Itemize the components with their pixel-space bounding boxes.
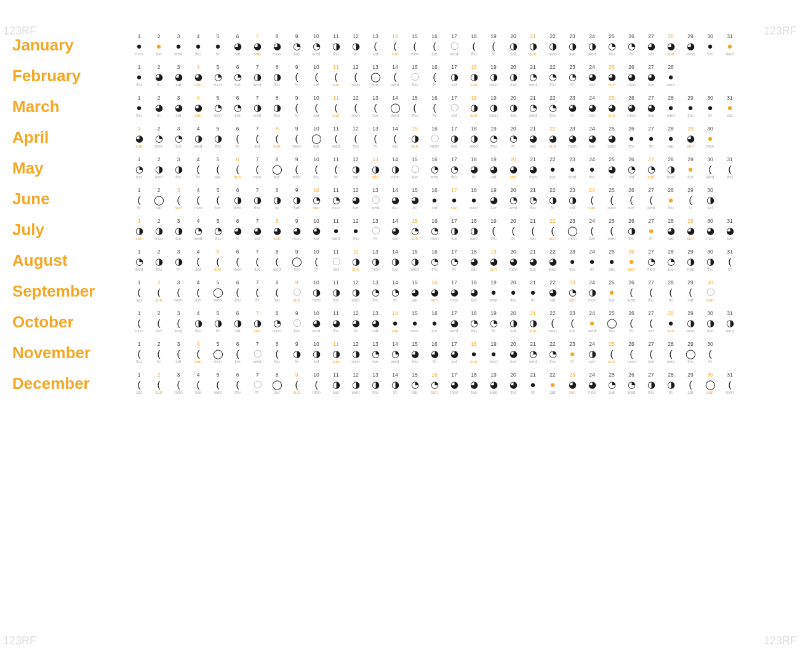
moon-day-10: ( xyxy=(306,257,326,266)
moon-day-10: ( xyxy=(306,380,326,389)
moon-day-21: ◔ xyxy=(523,195,543,204)
moon-day-7: ◑ xyxy=(247,103,267,112)
moon-day-18: ◑ xyxy=(464,103,484,112)
moon-day-5: ◑ xyxy=(208,318,228,327)
moon-day-8: ◯ xyxy=(267,164,287,174)
moon-day-25: ( xyxy=(602,195,622,204)
moon-day-27: ● xyxy=(641,226,661,235)
moon-day-24: ◕ xyxy=(582,72,602,81)
moon-day-31: ( xyxy=(720,164,740,174)
moon-day-19: ◔ xyxy=(484,134,503,143)
moon-day-21: ◑ xyxy=(523,318,543,327)
moon-day-28: ( xyxy=(661,287,681,297)
moon-day-8: ◔ xyxy=(267,318,287,327)
moon-day-23: ◔ xyxy=(562,72,582,81)
moon-day-2: ◕ xyxy=(149,72,169,81)
moon-day-22: ● xyxy=(543,164,562,174)
moon-day-27: ● xyxy=(641,134,661,143)
moon-day-5: ( xyxy=(208,195,228,204)
moon-day-11: ( xyxy=(326,134,346,143)
moon-day-13: ◑ xyxy=(366,380,385,389)
moon-day-7: ◕ xyxy=(247,41,267,50)
moon-day-10: ◔ xyxy=(306,195,326,204)
moon-day-18: ● xyxy=(464,349,484,358)
moon-day-16: ◔ xyxy=(425,226,444,235)
moon-day-27: ◑ xyxy=(641,380,661,389)
moon-day-1: ( xyxy=(129,287,149,297)
moon-day-2: ( xyxy=(149,380,169,389)
moon-day-8: ( xyxy=(267,287,287,297)
moon-day-20: ◕ xyxy=(503,349,523,358)
month-block-september: September1234567891011121314151617181920… xyxy=(6,277,794,305)
moon-day-6: ◕ xyxy=(228,41,247,50)
days-area-september: 1234567891011121314151617181920212223242… xyxy=(129,277,794,305)
moon-day-28: ● xyxy=(661,318,681,327)
moon-day-15: ◔ xyxy=(405,226,425,235)
moon-day-8: ◑ xyxy=(267,195,287,204)
moon-day-20: ◑ xyxy=(503,318,523,327)
moon-day-24: ● xyxy=(582,318,602,327)
month-label-december: December xyxy=(6,374,129,393)
month-block-july: July123456789101112131415161718192021222… xyxy=(6,215,794,244)
moon-day-18: ◕ xyxy=(464,287,484,297)
moon-day-25: ( xyxy=(602,226,622,235)
moon-day-10: ◕ xyxy=(306,318,326,327)
moon-day-31: ◑ xyxy=(720,318,740,327)
moon-day-12: ◑ xyxy=(346,380,366,389)
days-area-august: 1234567891011121314151617181920212223242… xyxy=(129,246,794,274)
moon-day-9: ◯ xyxy=(287,288,306,295)
month-label-january: January xyxy=(6,36,129,55)
moon-day-29: ◕ xyxy=(681,41,700,50)
moon-day-24: ◑ xyxy=(582,349,602,358)
moon-day-5: ◔ xyxy=(208,103,228,112)
moon-day-11: ( xyxy=(326,164,346,174)
moon-day-29: ◕ xyxy=(681,134,700,143)
moon-day-31: ( xyxy=(720,380,740,389)
moon-day-22: ( xyxy=(543,226,562,235)
moon-day-19: ◑ xyxy=(484,72,503,81)
moon-day-9: ◔ xyxy=(287,41,306,50)
moon-day-20: ◔ xyxy=(503,195,523,204)
moon-day-5: ( xyxy=(208,380,228,389)
moon-day-11: ◑ xyxy=(326,380,346,389)
moon-day-9: ( xyxy=(287,134,306,143)
moon-day-9: ( xyxy=(287,380,306,389)
moon-day-28: ● xyxy=(661,103,681,112)
moon-day-30: ● xyxy=(700,103,720,112)
month-label-july: July xyxy=(6,220,129,239)
moon-day-14: ● xyxy=(385,318,405,327)
month-block-august: August1234567891011121314151617181920212… xyxy=(6,246,794,274)
moon-day-27: ◔ xyxy=(641,257,661,266)
moon-day-26: ◑ xyxy=(622,226,641,235)
moon-day-29: ◑ xyxy=(681,257,700,266)
moon-day-3: ◕ xyxy=(169,103,188,112)
month-label-september: September xyxy=(6,282,129,301)
moon-day-2: ◕ xyxy=(149,103,169,112)
moon-day-21: ◔ xyxy=(523,72,543,81)
moon-day-27: ◕ xyxy=(641,103,661,112)
moon-day-11: ● xyxy=(326,226,346,235)
moon-day-9: ( xyxy=(287,164,306,174)
moon-day-19: ◔ xyxy=(484,318,503,327)
moon-day-23: ● xyxy=(562,164,582,174)
moon-day-31: ◕ xyxy=(720,226,740,235)
moon-day-16: ◔ xyxy=(425,257,444,266)
moon-day-14: ◕ xyxy=(385,226,405,235)
moon-day-2: ( xyxy=(149,349,169,358)
moon-day-25: ◕ xyxy=(602,103,622,112)
moon-day-1: ( xyxy=(129,318,149,327)
moon-day-4: ◑ xyxy=(188,134,208,143)
moon-day-2: ◑ xyxy=(149,226,169,235)
moon-day-25: ● xyxy=(602,257,622,266)
month-block-march: March12345678910111213141516171819202122… xyxy=(6,92,794,121)
moon-day-31: ● xyxy=(720,41,740,50)
days-area-november: 1234567891011121314151617181920212223242… xyxy=(129,338,794,367)
month-block-may: May1234567891011121314151617181920212223… xyxy=(6,154,794,182)
moon-day-6: ◕ xyxy=(228,226,247,235)
moon-day-28: ● xyxy=(661,195,681,204)
moon-day-30: ◕ xyxy=(700,226,720,235)
moon-day-9: ( xyxy=(287,103,306,112)
month-block-february: February12345678910111213141516171819202… xyxy=(6,62,794,90)
moon-day-30: ◯ xyxy=(700,288,720,295)
moon-day-19: ● xyxy=(484,287,503,297)
